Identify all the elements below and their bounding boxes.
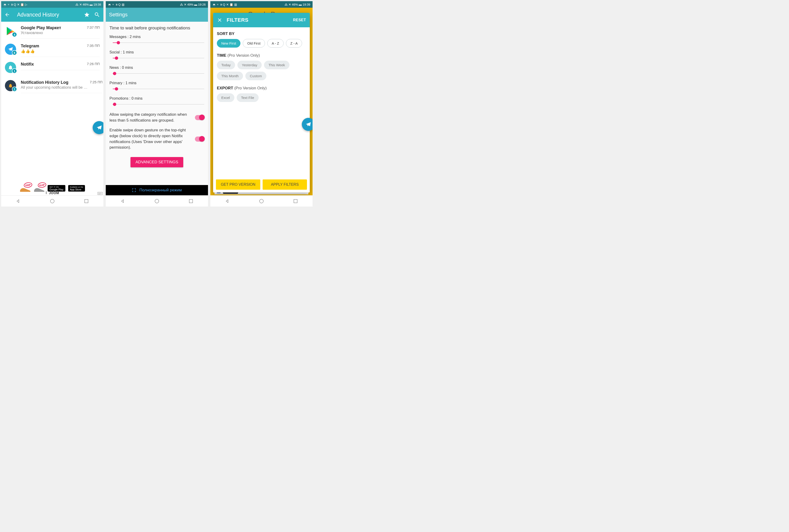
chip-old-first[interactable]: Old First [243,39,265,48]
status-right: ⁂ ✕ 46% ▬ 19:39 [285,3,310,6]
ad-shoe-1: 930Р [20,184,31,192]
item-time: 7:35 ПП [87,44,100,53]
apply-filters-button[interactable]: APPLY FILTERS [263,179,307,190]
list-item[interactable]: 8 Telegram 👍👍👍 7:35 ПП [1,40,104,58]
appbar: Settings [106,8,208,22]
statusbar: ⬒ ᯤ ℕ Q ✕ 📋 ▷ ⁂ ✕ 46% ▬ 19:38 [1,1,104,8]
item-title: Notifix [21,62,84,67]
svg-point-0 [51,199,54,203]
back-icon[interactable] [4,12,10,18]
nav-home-icon[interactable] [154,198,159,204]
screen-settings: ⬒ ᯤ ℕ Q ▥ ⁂ ✕ 49% ▬ 19:26 Settings Time … [106,1,208,207]
status-left-icons: ⬒ ᯤ ℕ Q ▥ [108,3,125,6]
telegram-icon [305,121,312,128]
toggle-swipe-down[interactable]: Enable swipe down gesture on the top-rig… [110,127,204,151]
app-store-badge[interactable]: Available on the App Store [68,185,85,192]
slider-label: Promotions : 0 mins [110,96,204,100]
export-chips: Excel Text File [217,93,306,102]
nav-back-icon[interactable] [225,198,230,204]
close-icon[interactable] [217,17,223,23]
nav-recents-icon[interactable] [188,198,193,204]
badge-count: 4 [12,32,17,37]
chip-yesterday[interactable]: Yesterday [238,61,262,69]
expand-icon [132,188,136,192]
slider-social[interactable]: Social : 1 mins [110,50,204,60]
fullscreen-label: Полноэкранный режим [139,188,182,192]
svg-point-2 [155,199,159,203]
switch-on-icon[interactable] [195,115,204,120]
slider-label: Messages : 2 mins [110,35,204,39]
fullscreen-bar[interactable]: Полноэкранный режим [106,185,208,195]
statusbar: ⬒ ᯤ ℕ Q ✕ 📋 ▥ ⁂ ✕ 46% ▬ 19:39 [210,1,313,8]
statusbar: ⬒ ᯤ ℕ Q ▥ ⁂ ✕ 49% ▬ 19:26 [106,1,208,8]
appbar-title: Advanced History [17,12,80,18]
slider-primary[interactable]: Primary : 1 mins [110,81,204,91]
appbar-title: Settings [109,12,205,18]
joom-logo: ⠇ JOOM [45,191,59,195]
item-subtitle: Установлено [21,31,84,35]
chip-new-first[interactable]: New First [217,39,241,48]
history-list[interactable]: 4 Google Play Маркет Установлено 7:37 ПП… [1,22,104,181]
star-icon[interactable] [84,12,90,18]
settings-heading: Time to wait before grouping notificatio… [110,25,204,31]
nav-home-icon[interactable] [259,198,264,204]
nav-home-icon[interactable] [50,198,55,204]
nav-back-icon[interactable] [16,198,21,204]
avatar: 1 [5,80,16,91]
item-subtitle: 👍👍👍 [21,49,84,53]
list-item[interactable]: 1 Notifix 7:26 ПП [1,58,104,76]
search-icon[interactable] [94,12,100,18]
nav-back-icon[interactable] [120,198,125,204]
status-left-icons: ⬒ ᯤ ℕ Q ✕ 📋 ▷ [3,3,27,6]
google-play-badge[interactable]: GET IT ON Google Play [48,185,65,192]
sort-by-label: SORT BY [217,32,306,36]
chip-z-a[interactable]: Z - A [286,39,302,48]
slider-label: Primary : 1 mins [110,81,204,85]
navbar [210,195,313,207]
get-pro-button[interactable]: GET PRO VERSION [216,179,260,190]
filters-footer: GET PRO VERSION APPLY FILTERS [213,177,310,192]
filters-header: FILTERS RESET [213,13,310,27]
toggle-label: Enable swipe down gesture on the top-rig… [110,127,192,151]
navbar [1,195,104,207]
item-title: Notification History Log [21,80,87,85]
list-item[interactable]: 4 Google Play Маркет Установлено 7:37 ПП [1,22,104,40]
status-right: ⁂ ✕ 49% ▬ 19:26 [180,3,206,6]
slider-messages[interactable]: Messages : 2 mins [110,35,204,45]
filters-dialog: FILTERS RESET SORT BY New First Old Firs… [213,13,310,192]
screen-filters: ⬒ ᯤ ℕ Q ✕ 📋 ▥ ⁂ ✕ 46% ▬ 19:39 Google P G… [210,1,313,207]
age-rating: 12+ [98,192,102,195]
svg-point-4 [260,199,264,203]
advanced-settings-button[interactable]: ADVANCED SETTINGS [131,157,184,167]
chip-custom[interactable]: Custom [245,72,266,80]
settings-body[interactable]: Time to wait before grouping notificatio… [106,22,208,185]
chip-text-file[interactable]: Text File [237,93,259,102]
badge-count: 1 [12,87,17,92]
slider-promotions[interactable]: Promotions : 0 mins [110,96,204,107]
chip-a-z[interactable]: A - Z [267,39,284,48]
ad-banner[interactable]: 930Р 814Р GET IT ON Google Play Availabl… [1,181,104,195]
ad-shoe-2: 814Р [34,184,45,192]
time-label: TIME (Pro Version Only) [217,53,306,58]
avatar: 4 [5,25,16,37]
appbar: Advanced History [1,8,104,22]
chip-excel[interactable]: Excel [217,93,234,102]
toggle-swipe-category[interactable]: Allow swiping the category notification … [110,112,204,123]
reset-button[interactable]: RESET [293,18,306,22]
nav-recents-icon[interactable] [293,198,298,204]
slider-news[interactable]: News : 0 mins [110,65,204,76]
telegram-icon [96,125,102,131]
chip-today[interactable]: Today [217,61,235,69]
export-label: EXPORT (Pro Version Only) [217,86,306,91]
screen-advanced-history: ⬒ ᯤ ℕ Q ✕ 📋 ▷ ⁂ ✕ 46% ▬ 19:38 Advanced H… [1,1,104,207]
chip-this-week[interactable]: This Week [264,61,289,69]
list-item[interactable]: 1 Notification History Log All your upco… [1,76,104,95]
nav-recents-icon[interactable] [84,198,89,204]
svg-rect-1 [85,199,88,203]
badge-count: 8 [12,50,17,55]
filters-body[interactable]: SORT BY New First Old First A - Z Z - A … [213,27,310,177]
switch-on-icon[interactable] [195,136,204,141]
chip-this-month[interactable]: This Month [217,72,243,80]
time-chips: Today Yesterday This Week This Month Cus… [217,61,306,80]
item-time: 7:26 ПП [87,62,100,67]
